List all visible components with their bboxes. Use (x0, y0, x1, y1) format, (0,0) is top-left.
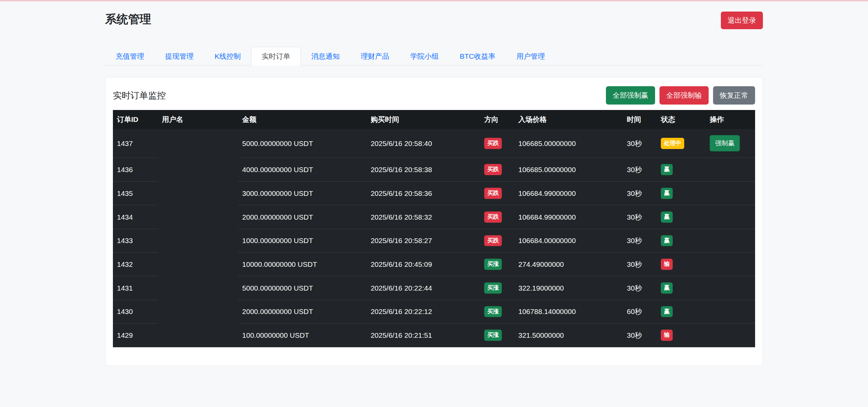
tab-kline-control[interactable]: K线控制 (204, 47, 251, 66)
table-row: 14364000.00000000 USDT2025/6/16 20:58:38… (113, 158, 755, 182)
cell-amount: 100.00000000 USDT (238, 323, 367, 347)
force-win-all-button[interactable]: 全部强制赢 (606, 86, 655, 105)
direction-badge: 买跌 (484, 164, 502, 175)
cell-time: 2025/6/16 20:22:44 (367, 276, 480, 300)
cell-status: 输 (657, 323, 706, 347)
tab-financial-products[interactable]: 理财产品 (350, 47, 400, 66)
status-badge: 赢 (661, 235, 673, 246)
direction-badge: 买跌 (484, 138, 502, 149)
cell-amount: 3000.00000000 USDT (238, 182, 367, 205)
cell-direction: 买涨 (480, 276, 514, 300)
tab-btc-yield[interactable]: BTC收益率 (449, 47, 506, 66)
cell-action: 强制赢 (706, 129, 755, 158)
cell-time: 2025/6/16 20:58:27 (367, 229, 480, 253)
cell-amount: 4000.00000000 USDT (238, 158, 367, 182)
cell-time: 2025/6/16 20:22:12 (367, 300, 480, 323)
page-title: 系统管理 (105, 12, 151, 26)
cell-id: 1429 (113, 323, 158, 347)
orders-table: 订单ID用户名金额购买时间方向入场价格时间状态操作 14375000.00000… (113, 110, 755, 347)
tab-user-management[interactable]: 用户管理 (506, 47, 555, 66)
cell-status: 输 (657, 253, 706, 276)
tab-recharge[interactable]: 充值管理 (105, 47, 155, 66)
cell-direction: 买跌 (480, 129, 514, 158)
cell-time: 2025/6/16 20:21:51 (367, 323, 480, 347)
column-header: 订单ID (113, 110, 158, 129)
cell-action (706, 276, 755, 300)
cell-action (706, 205, 755, 229)
cell-username (158, 182, 238, 205)
status-badge: 赢 (661, 282, 673, 294)
cell-amount: 2000.00000000 USDT (238, 300, 367, 323)
column-header: 操作 (706, 110, 755, 129)
cell-amount: 1000.00000000 USDT (238, 229, 367, 253)
cell-status: 赢 (657, 158, 706, 182)
cell-action (706, 323, 755, 347)
cell-price: 321.50000000 (514, 323, 623, 347)
cell-id: 1437 (113, 129, 158, 158)
cell-duration: 30秒 (623, 182, 657, 205)
force-lose-all-button[interactable]: 全部强制输 (659, 86, 709, 105)
cell-time: 2025/6/16 20:58:38 (367, 158, 480, 182)
logout-button[interactable]: 退出登录 (721, 12, 763, 29)
tab-academy-group[interactable]: 学院小组 (400, 47, 449, 66)
cell-id: 1433 (113, 229, 158, 253)
cell-id: 1432 (113, 253, 158, 276)
cell-price: 106685.00000000 (514, 129, 623, 158)
cell-username (158, 300, 238, 323)
direction-badge: 买涨 (484, 330, 502, 341)
cell-direction: 买涨 (480, 253, 514, 276)
header-row: 订单ID用户名金额购买时间方向入场价格时间状态操作 (113, 110, 755, 129)
cell-status: 赢 (657, 300, 706, 323)
panel-actions: 全部强制赢 全部强制输 恢复正常 (606, 86, 755, 105)
table-row: 14331000.00000000 USDT2025/6/16 20:58:27… (113, 229, 755, 253)
cell-status: 赢 (657, 182, 706, 205)
cell-username (158, 158, 238, 182)
table-row: 14315000.00000000 USDT2025/6/16 20:22:44… (113, 276, 755, 300)
column-header: 金额 (238, 110, 367, 129)
force-win-button[interactable]: 强制赢 (710, 135, 740, 151)
orders-panel: 实时订单监控 全部强制赢 全部强制输 恢复正常 订单ID用户名金额购买时间方向入… (105, 77, 763, 366)
cell-id: 1436 (113, 158, 158, 182)
orders-table-body: 14375000.00000000 USDT2025/6/16 20:58:40… (113, 129, 755, 347)
cell-duration: 30秒 (623, 323, 657, 347)
cell-username (158, 205, 238, 229)
restore-normal-button[interactable]: 恢复正常 (713, 86, 755, 105)
cell-price: 106685.00000000 (514, 158, 623, 182)
cell-action (706, 300, 755, 323)
cell-amount: 2000.00000000 USDT (238, 205, 367, 229)
cell-direction: 买跌 (480, 158, 514, 182)
status-badge: 赢 (661, 188, 673, 199)
column-header: 时间 (623, 110, 657, 129)
cell-time: 2025/6/16 20:58:32 (367, 205, 480, 229)
column-header: 用户名 (158, 110, 238, 129)
cell-duration: 60秒 (623, 300, 657, 323)
tab-withdraw[interactable]: 提现管理 (155, 47, 204, 66)
direction-badge: 买跌 (484, 211, 502, 223)
column-header: 状态 (657, 110, 706, 129)
cell-time: 2025/6/16 20:58:36 (367, 182, 480, 205)
cell-direction: 买跌 (480, 205, 514, 229)
cell-action (706, 229, 755, 253)
status-badge: 处理中 (661, 138, 684, 149)
direction-badge: 买涨 (484, 306, 502, 317)
cell-duration: 30秒 (623, 229, 657, 253)
cell-status: 赢 (657, 205, 706, 229)
status-badge: 输 (661, 259, 673, 270)
main-container: 系统管理 退出登录 充值管理提现管理K线控制实时订单消息通知理财产品学院小组BT… (105, 12, 763, 366)
panel-header: 实时订单监控 全部强制赢 全部强制输 恢复正常 (113, 86, 755, 105)
cell-direction: 买涨 (480, 323, 514, 347)
top-accent-bar (0, 0, 868, 1)
cell-status: 处理中 (657, 129, 706, 158)
cell-status: 赢 (657, 276, 706, 300)
tab-realtime-orders[interactable]: 实时订单 (251, 47, 301, 66)
cell-status: 赢 (657, 229, 706, 253)
cell-id: 1434 (113, 205, 158, 229)
direction-badge: 买涨 (484, 282, 502, 294)
cell-duration: 30秒 (623, 129, 657, 158)
cell-duration: 30秒 (623, 253, 657, 276)
cell-id: 1431 (113, 276, 158, 300)
table-row: 14302000.00000000 USDT2025/6/16 20:22:12… (113, 300, 755, 323)
tab-notifications[interactable]: 消息通知 (301, 47, 350, 66)
column-header: 购买时间 (367, 110, 480, 129)
cell-duration: 30秒 (623, 276, 657, 300)
